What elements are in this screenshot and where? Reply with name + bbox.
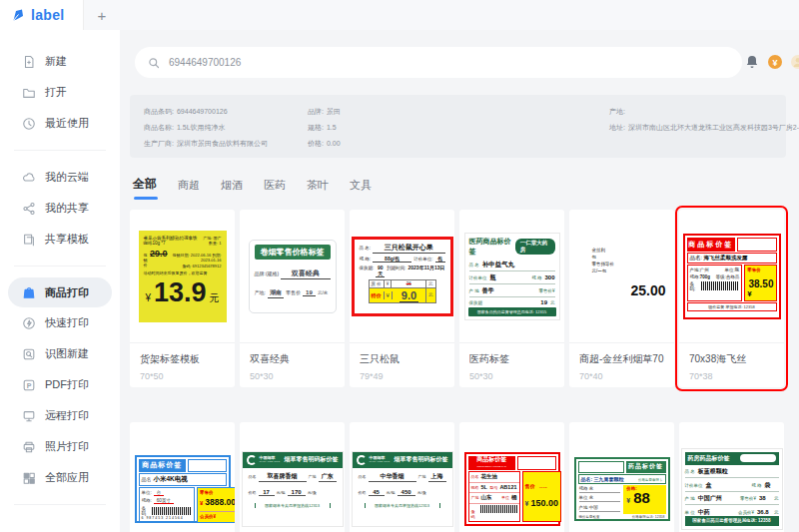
photo-printer-icon (22, 440, 36, 454)
label-preview: 金丝利 包 零售指导价 元/一包 25.00 (569, 210, 674, 342)
tab-all[interactable]: 全部 (133, 176, 157, 200)
template-card-shuangxi[interactable]: 卷烟零售价格标签 品牌:(规格) 双喜经典 产地: 湖南 零售价 19 元/盒 … (240, 210, 345, 387)
svg-text:¥: ¥ (772, 58, 777, 68)
sidebar-item-label: 我的云端 (45, 170, 89, 185)
info-row-manufacturer: 生产厂商:深圳市景田食品饮料有限公司 (144, 136, 268, 152)
template-card-haifeisi-selected[interactable]: 商品标价签 品名: 海飞丝柔顺洗发露 产地:广州单位:瓶 规格:700g等级:合… (679, 210, 784, 387)
sidebar: 新建 打开 最近使用 我的云端 我的共享 共享模板 商品打印 快速打印 识图新建… (0, 30, 120, 532)
product-info-panel: 商品条码:6944649700126 商品名称:1.5L饮用纯净水 生产厂商:深… (130, 95, 786, 158)
sidebar-item-new[interactable]: 新建 (0, 46, 120, 77)
barcode (701, 281, 739, 290)
template-card-shelf-label[interactable]: 雀巢小袋系列醇熟特调拿铁咖啡10g *7 产地: 国产数量: 1 促销价29.0… (130, 210, 235, 387)
card-size: 79*49 (360, 371, 444, 381)
medicine-price-label: 药品标价签 品名: 三九胃泰颗粒 价格监督举报卡 规格 盒 单位 盒 产地 中国 (574, 457, 670, 521)
card-size: 70*38 (689, 371, 774, 381)
topbar-actions: ¥ (744, 54, 799, 70)
category-tabs: 全部 商超 烟酒 医药 茶叶 文具 (133, 174, 372, 200)
barcode (152, 507, 192, 515)
sidebar-item-label: 共享模板 (45, 232, 89, 247)
info-column-2: 品牌:景田 规格:1.5 价格:0.00 (308, 104, 341, 152)
card-caption: 商超-金丝利烟草70×40 70*40 (569, 342, 674, 381)
sidebar-item-label: 商品打印 (45, 285, 89, 300)
sidebar-item-pdf-print[interactable]: P PDF打印 (0, 369, 120, 400)
tv-price-label: 商品标价签 品名小米4K电视 单位:台 规格:60英寸 条码 6 987453 … (135, 455, 231, 523)
barcode (480, 505, 517, 513)
price-supervision-footer: 物价监督 举报电话: 12358 (687, 302, 777, 311)
label-preview: 医药商品标价签 一仁堂大药房 品 名补中益气丸 计价单位瓶 规 格300 产 地… (459, 210, 564, 342)
card-caption: 三只松鼠 79*49 (350, 342, 454, 381)
template-card-jinsili[interactable]: 金丝利 包 零售指导价 元/一包 25.00 商超-金丝利烟草70×40 70*… (569, 210, 674, 387)
shelf-price-label: 雀巢小袋系列醇熟特调拿铁咖啡10g *7 产地: 国产数量: 1 促销价29.0… (139, 231, 227, 322)
sidebar-item-quick-print[interactable]: 快速打印 (0, 307, 120, 338)
pharmacy-price-label: 医药商品标价签 一仁堂大药房 品 名补中益气丸 计价单位瓶 规 格300 产 地… (464, 233, 560, 320)
template-card-banlangen[interactable]: 药房药品标价签 品 名板蓝根颗粒 计价单位盒 规 格袋 产 地中国广州 零售价¥… (679, 422, 784, 532)
new-tab-button[interactable]: + (84, 0, 120, 30)
tab-supermarket[interactable]: 商超 (178, 178, 200, 200)
clock-icon (22, 117, 36, 131)
blank-oval (740, 454, 776, 462)
template-card-yiyao[interactable]: 医药商品标价签 一仁堂大药房 品 名补中益气丸 计价单位瓶 规 格300 产 地… (459, 210, 564, 387)
label-preview: 商品标价签COMMODITY PRICE TAG 品名花生油 规格5L型号AB1… (459, 422, 564, 532)
sidebar-item-image-recognition[interactable]: 识图新建 (0, 338, 120, 369)
sidebar-item-photo-print[interactable]: 照片打印 (0, 431, 120, 462)
info-row-address: 地址:深圳市南山区北环大道龙珠工业区高发科技园3号厂房2-3层 (609, 120, 799, 136)
template-card-peanut-oil[interactable]: 商品标价签COMMODITY PRICE TAG 品名花生油 规格5L型号AB1… (459, 422, 564, 532)
sidebar-item-label: 远程打印 (45, 408, 89, 423)
bell-icon[interactable] (744, 54, 760, 70)
shared-template-icon (22, 233, 36, 247)
sidebar-item-label: 全部应用 (45, 470, 89, 485)
shopping-bag-icon (22, 285, 36, 299)
template-card-xiaomi-tv[interactable]: 商品标价签 品名小米4K电视 单位:台 规格:60英寸 条码 6 987453 … (130, 422, 235, 532)
card-caption: 70x38海飞丝 70*38 (679, 342, 784, 381)
info-column-3: 产地: 地址:深圳市南山区北环大道龙珠工业区高发科技园3号厂房2-3层 (609, 104, 799, 136)
template-card-sanzhisongshu[interactable]: 品 名:三只松鼠开心果 规 格:88g/包 计价单位:包 保质期:90天 到期时… (350, 210, 454, 387)
label-preview: 雀巢小袋系列醇熟特调拿铁咖啡10g *7 产地: 国产数量: 1 促销价29.0… (130, 210, 235, 342)
tab-medicine[interactable]: 医药 (264, 178, 286, 200)
sidebar-divider (14, 150, 106, 151)
cigarette-price-label: 卷烟零售价格标签 品牌:(规格) 双喜经典 产地: 湖南 零售价 19 元/盒 (249, 240, 337, 313)
template-card-shuangxi-cigarette[interactable]: 中国烟草CHINA TOBACCO 烟草零售明码标价签 品名双喜牌香烟 产地广东… (240, 422, 345, 532)
active-tab-underline (134, 197, 158, 200)
card-size: 70*40 (579, 371, 664, 381)
search-icon (148, 57, 160, 69)
plain-price-label: 金丝利 包 零售指导价 元/一包 25.00 (574, 221, 670, 332)
sidebar-item-shared-templates[interactable]: 共享模板 (0, 224, 120, 255)
cloud-icon (22, 171, 36, 185)
info-row-barcode: 商品条码:6944649700126 (144, 104, 268, 120)
label-preview: 中国烟草CHINA TOBACCO 烟草零售明码标价签 品名中华香烟 产地上海 … (350, 422, 454, 532)
sidebar-item-product-print[interactable]: 商品打印 (8, 277, 112, 307)
apps-grid-icon (22, 471, 36, 485)
search-input[interactable] (167, 56, 570, 69)
info-row-brand: 品牌:景田 (308, 104, 341, 120)
sidebar-item-my-shares[interactable]: 我的共享 (0, 193, 120, 224)
sidebar-item-recent[interactable]: 最近使用 (0, 108, 120, 139)
remote-printer-icon (22, 409, 36, 423)
card-title: 三只松鼠 (360, 352, 444, 366)
card-size: 70*50 (140, 371, 225, 381)
tab-stationery[interactable]: 文具 (350, 178, 372, 200)
app-tab[interactable]: label (0, 0, 84, 30)
new-doc-icon (22, 55, 36, 69)
card-size: 50*30 (469, 371, 554, 381)
sidebar-item-open[interactable]: 打开 (0, 77, 120, 108)
china-tobacco-logo-icon (247, 455, 257, 465)
coin-icon[interactable]: ¥ (767, 54, 783, 70)
avatar-icon[interactable] (790, 54, 799, 70)
china-tobacco-logo-icon (357, 455, 367, 465)
sidebar-item-label: 打开 (45, 85, 67, 100)
info-row-spec: 规格:1.5 (308, 120, 341, 136)
label-preview: 商品标价签 品名: 海飞丝柔顺洗发露 产地:广州单位:瓶 规格:700g等级:合… (679, 210, 784, 342)
label-preview: 品 名:三只松鼠开心果 规 格:88g/包 计价单位:包 保质期:90天 到期时… (350, 210, 454, 342)
sidebar-item-remote-print[interactable]: 远程打印 (0, 400, 120, 431)
info-row-origin: 产地: (609, 104, 799, 120)
tab-tea[interactable]: 茶叶 (307, 178, 329, 200)
template-card-zhonghua-cigarette[interactable]: 中国烟草CHINA TOBACCO 烟草零售明码标价签 品名中华香烟 产地上海 … (350, 422, 454, 532)
sidebar-item-my-cloud[interactable]: 我的云端 (0, 162, 120, 193)
template-grid: 雀巢小袋系列醇熟特调拿铁咖啡10g *7 产地: 国产数量: 1 促销价29.0… (130, 210, 784, 532)
tab-tobacco-alcohol[interactable]: 烟酒 (221, 178, 243, 200)
sidebar-item-all-apps[interactable]: 全部应用 (0, 462, 120, 493)
search-bar[interactable] (135, 47, 742, 78)
template-card-sanjiu[interactable]: 药品标价签 品名: 三九胃泰颗粒 价格监督举报卡 规格 盒 单位 盒 产地 中国 (569, 422, 674, 532)
open-folder-icon (22, 86, 36, 100)
card-title: 医药标签 (469, 352, 554, 366)
